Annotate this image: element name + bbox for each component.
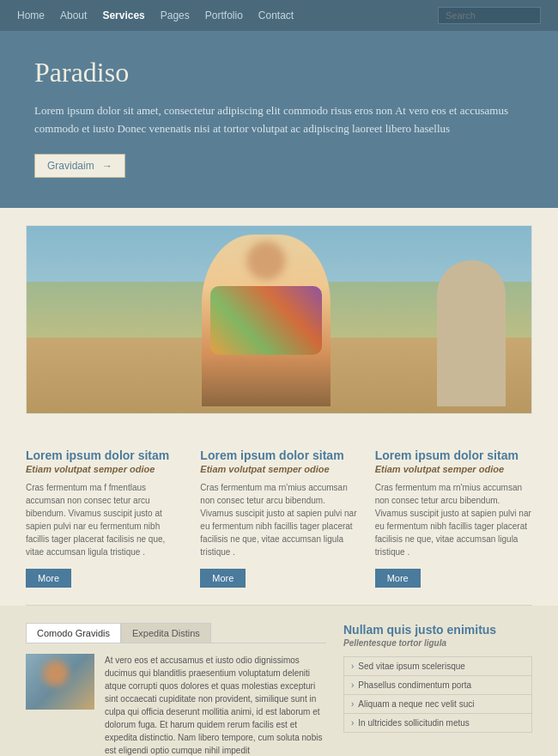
card-1-more-button[interactable]: More bbox=[26, 569, 71, 588]
nav-search bbox=[438, 7, 541, 24]
nav-home[interactable]: Home bbox=[17, 9, 45, 21]
card-2-more-button[interactable]: More bbox=[200, 569, 246, 588]
bullet-list: › Sed vitae ipsum scelerisque › Phasellu… bbox=[343, 656, 532, 733]
cards-section: Lorem ipsum dolor sitam Etiam volutpat s… bbox=[0, 431, 558, 605]
figure-overlay bbox=[202, 235, 331, 406]
bullet-arrow-icon: › bbox=[351, 680, 354, 690]
card-1-body: Cras fermentum ma f fmentlaus accumsan n… bbox=[26, 481, 183, 558]
card-3-body: Cras fermentum ma rn'mius accumsan non c… bbox=[375, 481, 532, 558]
nav-portfolio[interactable]: Portfolio bbox=[205, 9, 243, 21]
list-item: › Aliquam a neque nec velit suci bbox=[344, 695, 531, 714]
list-item-label: In ultricides sollicitudin metus bbox=[358, 718, 470, 728]
card-2-title: Lorem ipsum dolor sitam bbox=[200, 448, 357, 462]
list-item-label: Phasellus condimentum porta bbox=[358, 680, 471, 690]
arrow-icon: → bbox=[102, 160, 112, 172]
bullet-arrow-icon: › bbox=[351, 662, 354, 671]
tab-expedita[interactable]: Expedita Distins bbox=[121, 623, 211, 643]
list-item: › Sed vitae ipsum scelerisque bbox=[344, 657, 531, 676]
card-1-title: Lorem ipsum dolor sitam bbox=[26, 448, 183, 462]
slider-image bbox=[26, 225, 532, 414]
list-item-label: Sed vitae ipsum scelerisque bbox=[358, 662, 465, 671]
nav-links: Home About Services Pages Portfolio Cont… bbox=[17, 9, 438, 21]
nav-pages[interactable]: Pages bbox=[161, 9, 190, 21]
hero-body: Lorem ipsum dolor sit amet, consectetur … bbox=[34, 102, 515, 138]
card-2-body: Cras fermentum ma rn'mius accumsan non c… bbox=[200, 481, 357, 558]
tab-thumb-face bbox=[43, 661, 69, 686]
list-item-label: Aliquam a neque nec velit suci bbox=[358, 699, 474, 709]
hero-title: Paradiso bbox=[34, 57, 524, 88]
slider-section bbox=[0, 208, 558, 431]
tab-body-text: At vero eos et accusamus et iusto odio d… bbox=[105, 654, 326, 756]
tabs-section: Comodo Gravidis Expedita Distins At vero… bbox=[0, 606, 558, 756]
arch-decoration bbox=[437, 260, 506, 406]
tab-buttons: Comodo Gravidis Expedita Distins bbox=[26, 623, 326, 643]
list-item: › In ultricides sollicitudin metus bbox=[344, 714, 531, 732]
right-panel-subtitle: Pellentesque tortor ligula bbox=[343, 638, 532, 648]
list-item: › Phasellus condimentum porta bbox=[344, 676, 531, 695]
right-panel-title: Nullam quis justo enimitus bbox=[343, 623, 532, 637]
tabs-left: Comodo Gravidis Expedita Distins At vero… bbox=[26, 623, 326, 756]
nav-contact[interactable]: Contact bbox=[258, 9, 294, 21]
hero-button-label: Gravidaim bbox=[47, 160, 94, 172]
bullet-arrow-icon: › bbox=[351, 718, 354, 728]
card-3-title: Lorem ipsum dolor sitam bbox=[375, 448, 532, 462]
nav-about[interactable]: About bbox=[60, 9, 87, 21]
photo-simulation bbox=[27, 226, 531, 413]
figure-body bbox=[202, 235, 331, 406]
tab-content: At vero eos et accusamus et iusto odio d… bbox=[26, 654, 326, 756]
bullet-arrow-icon: › bbox=[351, 699, 354, 709]
card-2-subtitle: Etiam volutpat semper odioe bbox=[200, 464, 357, 474]
card-2: Lorem ipsum dolor sitam Etiam volutpat s… bbox=[200, 448, 357, 588]
hero-button[interactable]: Gravidaim → bbox=[34, 154, 125, 178]
card-1-subtitle: Etiam volutpat semper odioe bbox=[26, 464, 183, 474]
tabs-right-panel: Nullam quis justo enimitus Pellentesque … bbox=[343, 623, 532, 756]
scarf-decoration bbox=[210, 286, 322, 355]
card-3-more-button[interactable]: More bbox=[375, 569, 421, 588]
figure-head bbox=[247, 241, 286, 280]
hero-section: Paradiso Lorem ipsum dolor sit amet, con… bbox=[0, 31, 558, 208]
card-3-subtitle: Etiam volutpat semper odioe bbox=[375, 464, 532, 474]
search-input[interactable] bbox=[438, 7, 541, 24]
navbar: Home About Services Pages Portfolio Cont… bbox=[0, 0, 558, 31]
card-3: Lorem ipsum dolor sitam Etiam volutpat s… bbox=[375, 448, 532, 588]
card-1: Lorem ipsum dolor sitam Etiam volutpat s… bbox=[26, 448, 183, 588]
tab-comodo[interactable]: Comodo Gravidis bbox=[26, 623, 121, 643]
nav-services[interactable]: Services bbox=[102, 9, 144, 21]
tab-thumbnail bbox=[26, 654, 94, 710]
